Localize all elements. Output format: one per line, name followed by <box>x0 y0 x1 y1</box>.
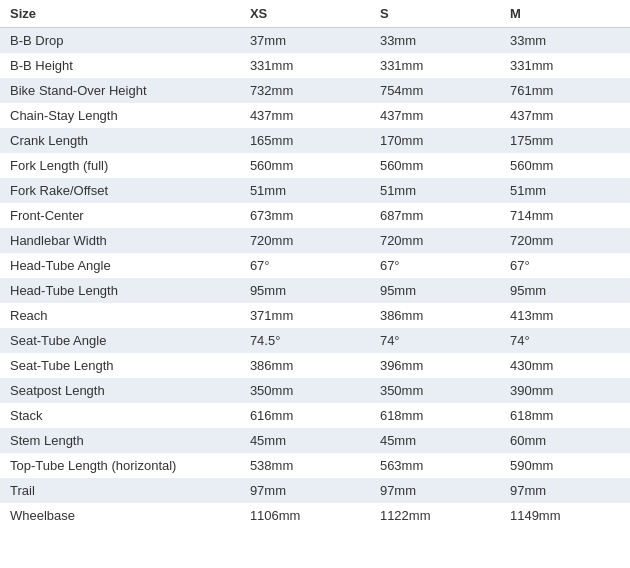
row-label: Seat-Tube Length <box>0 353 240 378</box>
row-value: 33mm <box>500 28 630 54</box>
row-value: 67° <box>500 253 630 278</box>
row-value: 1122mm <box>370 503 500 528</box>
row-value: 390mm <box>500 378 630 403</box>
row-value: 95mm <box>370 278 500 303</box>
row-label: Head-Tube Angle <box>0 253 240 278</box>
row-value: 386mm <box>240 353 370 378</box>
row-value: 95mm <box>500 278 630 303</box>
table-row: Chain-Stay Length437mm437mm437mm <box>0 103 630 128</box>
row-value: 350mm <box>240 378 370 403</box>
row-value: 560mm <box>500 153 630 178</box>
row-value: 1106mm <box>240 503 370 528</box>
row-value: 97mm <box>240 478 370 503</box>
row-value: 1149mm <box>500 503 630 528</box>
table-row: Fork Length (full)560mm560mm560mm <box>0 153 630 178</box>
row-value: 165mm <box>240 128 370 153</box>
row-value: 673mm <box>240 203 370 228</box>
row-value: 37mm <box>240 28 370 54</box>
row-value: 67° <box>240 253 370 278</box>
row-label: Head-Tube Length <box>0 278 240 303</box>
geometry-table: Size XS S M B-B Drop37mm33mm33mmB-B Heig… <box>0 0 630 528</box>
row-label: Fork Rake/Offset <box>0 178 240 203</box>
row-value: 437mm <box>500 103 630 128</box>
row-value: 732mm <box>240 78 370 103</box>
row-value: 51mm <box>240 178 370 203</box>
row-value: 754mm <box>370 78 500 103</box>
row-value: 616mm <box>240 403 370 428</box>
table-row: Bike Stand-Over Height732mm754mm761mm <box>0 78 630 103</box>
header-s: S <box>370 0 500 28</box>
row-value: 714mm <box>500 203 630 228</box>
header-size: Size <box>0 0 240 28</box>
table-row: Fork Rake/Offset51mm51mm51mm <box>0 178 630 203</box>
row-value: 97mm <box>370 478 500 503</box>
table-row: Reach371mm386mm413mm <box>0 303 630 328</box>
row-value: 67° <box>370 253 500 278</box>
row-value: 396mm <box>370 353 500 378</box>
table-row: Seat-Tube Angle74.5°74°74° <box>0 328 630 353</box>
table-row: Front-Center673mm687mm714mm <box>0 203 630 228</box>
row-label: Wheelbase <box>0 503 240 528</box>
row-value: 74° <box>500 328 630 353</box>
row-value: 618mm <box>500 403 630 428</box>
row-value: 170mm <box>370 128 500 153</box>
row-label: Chain-Stay Length <box>0 103 240 128</box>
row-label: Bike Stand-Over Height <box>0 78 240 103</box>
row-value: 331mm <box>500 53 630 78</box>
row-value: 386mm <box>370 303 500 328</box>
row-value: 413mm <box>500 303 630 328</box>
row-value: 560mm <box>240 153 370 178</box>
row-value: 761mm <box>500 78 630 103</box>
row-label: Top-Tube Length (horizontal) <box>0 453 240 478</box>
row-value: 618mm <box>370 403 500 428</box>
row-label: Reach <box>0 303 240 328</box>
row-value: 437mm <box>240 103 370 128</box>
table-row: Head-Tube Length95mm95mm95mm <box>0 278 630 303</box>
table-row: B-B Drop37mm33mm33mm <box>0 28 630 54</box>
table-row: Seat-Tube Length386mm396mm430mm <box>0 353 630 378</box>
row-label: Front-Center <box>0 203 240 228</box>
row-label: Handlebar Width <box>0 228 240 253</box>
row-value: 720mm <box>500 228 630 253</box>
table-header-row: Size XS S M <box>0 0 630 28</box>
row-value: 74° <box>370 328 500 353</box>
row-value: 95mm <box>240 278 370 303</box>
row-value: 371mm <box>240 303 370 328</box>
row-value: 45mm <box>240 428 370 453</box>
table-row: Crank Length165mm170mm175mm <box>0 128 630 153</box>
row-value: 430mm <box>500 353 630 378</box>
row-value: 437mm <box>370 103 500 128</box>
row-label: Seat-Tube Angle <box>0 328 240 353</box>
header-xs: XS <box>240 0 370 28</box>
row-label: B-B Drop <box>0 28 240 54</box>
header-m: M <box>500 0 630 28</box>
row-value: 51mm <box>500 178 630 203</box>
table-body: B-B Drop37mm33mm33mmB-B Height331mm331mm… <box>0 28 630 529</box>
row-value: 560mm <box>370 153 500 178</box>
row-value: 175mm <box>500 128 630 153</box>
row-value: 60mm <box>500 428 630 453</box>
row-value: 350mm <box>370 378 500 403</box>
row-label: Fork Length (full) <box>0 153 240 178</box>
row-value: 563mm <box>370 453 500 478</box>
row-label: Stack <box>0 403 240 428</box>
row-label: Seatpost Length <box>0 378 240 403</box>
row-value: 538mm <box>240 453 370 478</box>
row-label: B-B Height <box>0 53 240 78</box>
row-value: 45mm <box>370 428 500 453</box>
table-row: Seatpost Length350mm350mm390mm <box>0 378 630 403</box>
row-value: 33mm <box>370 28 500 54</box>
row-value: 590mm <box>500 453 630 478</box>
table-row: Stem Length45mm45mm60mm <box>0 428 630 453</box>
row-value: 74.5° <box>240 328 370 353</box>
table-row: B-B Height331mm331mm331mm <box>0 53 630 78</box>
geometry-table-container: Size XS S M B-B Drop37mm33mm33mmB-B Heig… <box>0 0 630 528</box>
row-value: 97mm <box>500 478 630 503</box>
table-row: Wheelbase1106mm1122mm1149mm <box>0 503 630 528</box>
table-row: Top-Tube Length (horizontal)538mm563mm59… <box>0 453 630 478</box>
row-label: Trail <box>0 478 240 503</box>
table-row: Trail97mm97mm97mm <box>0 478 630 503</box>
table-row: Handlebar Width720mm720mm720mm <box>0 228 630 253</box>
row-value: 720mm <box>240 228 370 253</box>
table-row: Head-Tube Angle67°67°67° <box>0 253 630 278</box>
